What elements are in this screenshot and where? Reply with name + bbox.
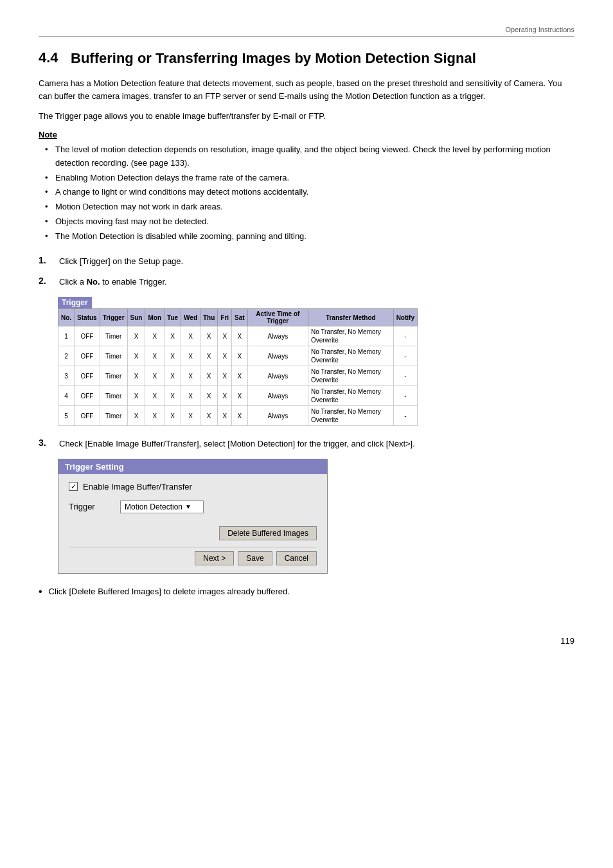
footer-note-row: • Click [Delete Buffered Images] to dele… (39, 585, 574, 598)
note-item-2: Enabling Motion Detection delays the fra… (45, 172, 574, 185)
intro-text-1: Camera has a Motion Detection feature th… (39, 77, 574, 104)
trigger-table: No. Status Trigger Sun Mon Tue Wed Thu F… (58, 308, 418, 426)
buttons-row: Next > Save Cancel (69, 547, 317, 565)
section-heading: Buffering or Transferring Images by Moti… (71, 49, 476, 68)
header-label: Operating Instructions (505, 26, 574, 33)
col-wed: Wed (181, 309, 200, 326)
trigger-table-wrap: Trigger No. Status Trigger Sun Mon Tue W… (58, 297, 574, 426)
enable-row: ✓ Enable Image Buffer/Transfer (69, 482, 317, 492)
section-number: 4.4 (39, 49, 62, 66)
checkbox-check: ✓ (71, 483, 76, 491)
col-fri: Fri (218, 309, 232, 326)
trigger-dropdown-value: Motion Detection (125, 502, 182, 511)
cancel-button[interactable]: Cancel (276, 551, 317, 565)
col-tue: Tue (164, 309, 181, 326)
col-trigger: Trigger (100, 309, 127, 326)
col-active: Active Time of Trigger (247, 309, 308, 326)
step-3-text: Check [Enable Image Buffer/Transfer], se… (59, 438, 415, 451)
note-item-4: Motion Detection may not work in dark ar… (45, 200, 574, 214)
table-row[interactable]: 3OFFTimerXXXXXXXAlwaysNo Transfer, No Me… (58, 366, 418, 386)
bullet-dot: • (39, 585, 42, 598)
step-2: 2. Click a No. to enable Trigger. (39, 276, 574, 289)
trigger-setting-box: Trigger Setting ✓ Enable Image Buffer/Tr… (58, 459, 328, 574)
save-button[interactable]: Save (238, 551, 272, 565)
col-sat: Sat (232, 309, 248, 326)
step-1-num: 1. (39, 255, 53, 265)
note-item-5: Objects moving fast may not be detected. (45, 215, 574, 229)
table-row[interactable]: 2OFFTimerXXXXXXXAlwaysNo Transfer, No Me… (58, 346, 418, 366)
enable-checkbox[interactable]: ✓ (69, 482, 78, 491)
step-2-text: Click a No. to enable Trigger. (59, 276, 167, 289)
note-label: Note (39, 130, 574, 139)
col-thu: Thu (200, 309, 218, 326)
trigger-setting-title: Trigger Setting (58, 459, 327, 474)
delete-buffered-images-button[interactable]: Delete Buffered Images (219, 526, 317, 540)
delete-row: Delete Buffered Images (69, 526, 317, 540)
col-notify: Notify (393, 309, 417, 326)
trigger-row: Trigger Motion Detection ▼ (69, 500, 317, 513)
note-item-3: A change to light or wind conditions may… (45, 186, 574, 199)
table-row[interactable]: 4OFFTimerXXXXXXXAlwaysNo Transfer, No Me… (58, 386, 418, 406)
col-mon: Mon (145, 309, 164, 326)
step-3: 3. Check [Enable Image Buffer/Transfer],… (39, 438, 574, 451)
trigger-dropdown-arrow: ▼ (185, 503, 191, 510)
table-row[interactable]: 5OFFTimerXXXXXXXAlwaysNo Transfer, No Me… (58, 406, 418, 426)
trigger-field-label: Trigger (69, 502, 120, 511)
trigger-dropdown[interactable]: Motion Detection ▼ (120, 500, 204, 513)
page-number: 119 (39, 636, 574, 646)
note-item-1: The level of motion detection depends on… (45, 143, 574, 170)
note-item-6: The Motion Detection is disabled while z… (45, 230, 574, 244)
note-list: The level of motion detection depends on… (39, 143, 574, 244)
next-button[interactable]: Next > (195, 551, 234, 565)
table-row[interactable]: 1OFFTimerXXXXXXXAlwaysNo Transfer, No Me… (58, 326, 418, 346)
step-3-num: 3. (39, 438, 53, 448)
col-sun: Sun (127, 309, 145, 326)
intro-text-2: The Trigger page allows you to enable im… (39, 110, 574, 123)
step-2-num: 2. (39, 276, 53, 286)
trigger-setting-body: ✓ Enable Image Buffer/Transfer Trigger M… (58, 474, 327, 573)
trigger-table-title: Trigger (58, 297, 92, 308)
col-status: Status (75, 309, 100, 326)
col-no: No. (58, 309, 75, 326)
section-title: 4.4 Buffering or Transferring Images by … (39, 49, 574, 68)
enable-label: Enable Image Buffer/Transfer (83, 482, 192, 492)
step-1: 1. Click [Trigger] on the Setup page. (39, 255, 574, 269)
page-header: Operating Instructions (39, 26, 574, 37)
step-1-text: Click [Trigger] on the Setup page. (59, 255, 183, 269)
section-body: Camera has a Motion Detection feature th… (39, 77, 574, 598)
footer-note-text: Click [Delete Buffered Images] to delete… (49, 585, 290, 598)
col-transfer: Transfer Method (308, 309, 393, 326)
